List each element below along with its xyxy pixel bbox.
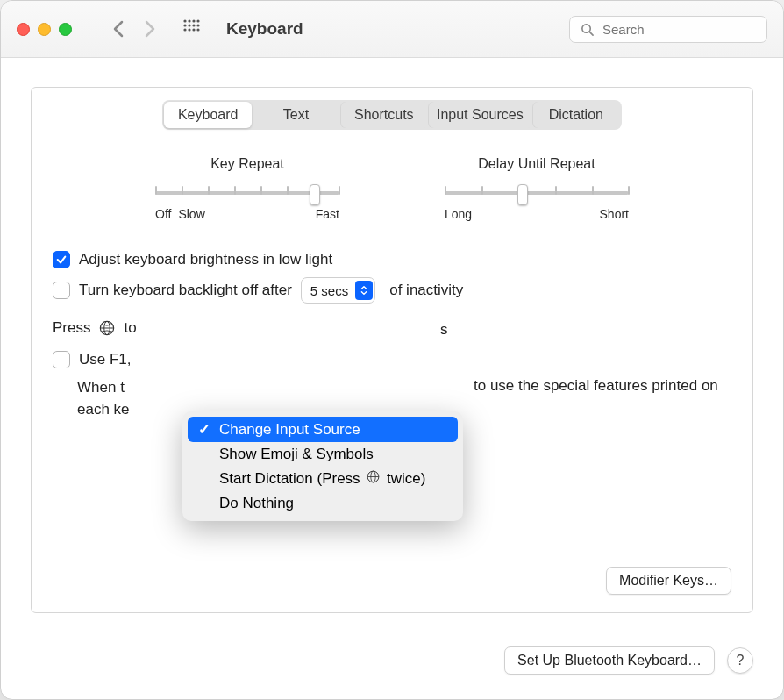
help-button[interactable]: ? [727, 647, 753, 674]
zoom-window-button[interactable] [59, 23, 72, 36]
options-list: Adjust keyboard brightness in low light … [53, 251, 731, 420]
delay-thumb[interactable] [517, 184, 528, 205]
delay-slider: Delay Until Repeat Long Short [445, 156, 629, 221]
bluetooth-keyboard-button[interactable]: Set Up Bluetooth Keyboard… [504, 646, 715, 675]
nav-buttons [112, 19, 156, 39]
key-repeat-slider: Key Repeat Off Slow Fast [155, 156, 339, 221]
menu-item-show-emoji[interactable]: Show Emoji & Symbols [188, 442, 458, 467]
search-icon [581, 23, 594, 36]
svg-point-1 [188, 19, 190, 22]
svg-point-7 [196, 24, 199, 26]
fn-note-line1-right: to use the special features printed on [474, 377, 718, 395]
svg-point-10 [192, 28, 195, 31]
tab-input-sources[interactable]: Input Sources [428, 102, 532, 128]
use-fn-label: Use F1, [79, 351, 132, 368]
preferences-window: Keyboard Keyboard Text Shortcuts Input S… [0, 0, 784, 700]
popup-stepper-icon [355, 281, 373, 300]
press-globe-row: Press to s [53, 319, 731, 337]
svg-point-9 [188, 28, 190, 31]
back-button[interactable] [112, 19, 125, 39]
tab-dictation[interactable]: Dictation [532, 102, 620, 128]
delay-label-long: Long [445, 207, 472, 221]
delay-label-short: Short [600, 207, 629, 221]
search-field[interactable] [569, 16, 767, 43]
svg-point-6 [192, 24, 195, 26]
use-fn-row: Use F1, [53, 351, 731, 368]
check-icon: ✓ [196, 420, 212, 439]
svg-point-2 [192, 19, 195, 22]
globe-icon [99, 320, 115, 336]
globe-icon [367, 470, 380, 483]
backlight-off-label-before: Turn keyboard backlight off after [79, 282, 292, 299]
key-repeat-thumb[interactable] [310, 184, 320, 205]
press-to-label: to [124, 319, 136, 337]
backlight-off-checkbox[interactable] [53, 282, 70, 299]
titlebar: Keyboard [1, 1, 783, 58]
key-repeat-label-fast: Fast [316, 207, 339, 221]
key-repeat-title: Key Repeat [155, 156, 339, 172]
use-fn-checkbox[interactable] [53, 351, 70, 368]
minimize-window-button[interactable] [38, 23, 51, 36]
key-repeat-track[interactable] [155, 182, 339, 204]
svg-point-0 [183, 19, 186, 22]
window-controls [17, 23, 72, 36]
svg-point-8 [183, 28, 186, 31]
tab-shortcuts[interactable]: Shortcuts [340, 102, 428, 128]
content-panel: Keyboard Text Shortcuts Input Sources Di… [31, 87, 753, 613]
tab-keyboard[interactable]: Keyboard [164, 102, 252, 128]
svg-point-4 [183, 24, 186, 26]
svg-point-5 [188, 24, 190, 26]
adjust-brightness-row: Adjust keyboard brightness in low light [53, 251, 731, 268]
delay-title: Delay Until Repeat [445, 156, 629, 172]
svg-point-3 [196, 19, 199, 22]
adjust-brightness-label: Adjust keyboard brightness in low light [79, 251, 332, 268]
backlight-off-row: Turn keyboard backlight off after 5 secs… [53, 277, 731, 304]
key-repeat-label-slow: Slow [178, 207, 204, 221]
search-input[interactable] [601, 21, 756, 38]
delay-track[interactable] [445, 182, 629, 204]
globe-action-menu: ✓ Change Input Source Show Emoji & Symbo… [182, 411, 463, 521]
tab-bar: Keyboard Text Shortcuts Input Sources Di… [162, 100, 622, 130]
menu-item-change-input-source[interactable]: ✓ Change Input Source [188, 417, 458, 442]
bottom-bar: Set Up Bluetooth Keyboard… ? [31, 646, 753, 675]
menu-item-start-dictation[interactable]: Start Dictation (Press twice) [188, 467, 458, 491]
svg-line-13 [589, 32, 593, 35]
adjust-brightness-checkbox[interactable] [53, 251, 70, 268]
sliders-row: Key Repeat Off Slow Fast Delay Until Rep… [53, 156, 731, 221]
modifier-keys-button[interactable]: Modifier Keys… [606, 567, 731, 595]
menu-item-do-nothing[interactable]: Do Nothing [188, 491, 458, 516]
close-window-button[interactable] [17, 23, 30, 36]
svg-point-11 [196, 28, 199, 31]
backlight-duration-popup[interactable]: 5 secs [301, 277, 375, 304]
backlight-off-label-after: of inactivity [389, 282, 463, 299]
show-all-icon[interactable] [182, 18, 200, 39]
key-repeat-label-off: Off [155, 207, 171, 221]
backlight-duration-value: 5 secs [310, 283, 348, 298]
use-fn-trailing: s [440, 321, 448, 339]
forward-button[interactable] [144, 19, 156, 39]
tab-text[interactable]: Text [252, 102, 339, 128]
window-title: Keyboard [226, 19, 303, 39]
press-label: Press [53, 319, 90, 337]
